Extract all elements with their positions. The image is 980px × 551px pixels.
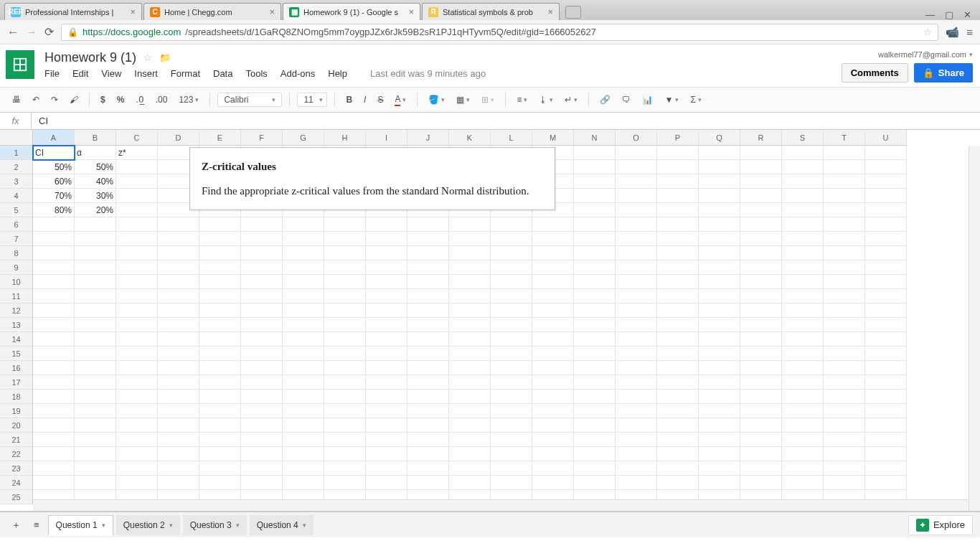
fill-color-icon[interactable]: 🪣 ▾ [425,93,448,107]
cell[interactable] [158,275,199,289]
cell[interactable] [283,260,324,275]
cell[interactable] [657,404,699,418]
cell[interactable] [491,433,532,447]
cell[interactable] [116,289,158,303]
cell[interactable] [657,318,699,332]
cell[interactable] [782,160,824,174]
cell[interactable] [407,289,449,303]
cell[interactable] [657,217,699,232]
cell[interactable] [740,476,782,490]
cell[interactable] [616,476,657,490]
cell[interactable] [699,361,740,375]
cell[interactable] [407,318,449,332]
cell[interactable] [865,318,907,332]
sheet-tab[interactable]: Question 2 ▾ [116,515,180,535]
cell[interactable] [782,447,824,461]
cell[interactable] [657,174,699,189]
column-header[interactable]: C [116,130,158,146]
cell[interactable] [574,217,616,232]
sheet-tab[interactable]: Question 4 ▾ [250,515,314,535]
cell[interactable] [366,476,407,490]
cell[interactable] [782,232,824,246]
cell[interactable] [449,318,491,332]
cell[interactable] [241,347,283,361]
cell[interactable] [407,433,449,447]
cell[interactable] [865,433,907,447]
cell[interactable] [283,318,324,332]
cell[interactable] [283,246,324,260]
cell[interactable] [865,418,907,433]
cell[interactable] [116,390,158,404]
cell[interactable] [782,146,824,160]
cell[interactable] [616,160,657,174]
cell[interactable] [116,447,158,461]
cell[interactable] [366,375,407,390]
cell[interactable] [824,433,865,447]
cell[interactable] [865,289,907,303]
row-header[interactable]: 19 [0,404,33,418]
cell[interactable] [865,404,907,418]
insert-comment-icon[interactable]: 🗨 [618,93,634,107]
cell[interactable] [366,433,407,447]
cell[interactable] [407,418,449,433]
functions-icon[interactable]: Σ ▾ [687,93,705,107]
cell[interactable] [865,347,907,361]
cell[interactable] [740,232,782,246]
cell[interactable] [657,146,699,160]
cell[interactable] [824,375,865,390]
account-label[interactable]: walkermel77@gmail.com ▾ [878,50,973,59]
text-color-icon[interactable]: A ▾ [391,92,410,108]
cell[interactable] [199,332,241,347]
menu-help[interactable]: Help [328,68,347,79]
strikethrough-icon[interactable]: S [374,93,387,107]
cell[interactable] [116,433,158,447]
cell[interactable] [740,174,782,189]
cell[interactable] [116,160,158,174]
column-header[interactable]: L [491,130,532,146]
cell[interactable] [574,390,616,404]
row-header[interactable]: 18 [0,390,33,404]
cell[interactable] [865,232,907,246]
chevron-down-icon[interactable]: ▾ [303,522,306,529]
all-sheets-button[interactable]: ≡ [29,517,44,533]
reload-icon[interactable]: ⟳ [44,25,54,39]
cell[interactable] [158,433,199,447]
cell[interactable] [491,289,532,303]
cell[interactable] [75,246,116,260]
row-header[interactable]: 5 [0,203,33,217]
cell[interactable] [75,433,116,447]
cell[interactable]: 70% [33,189,75,203]
cell[interactable] [574,461,616,476]
cell[interactable] [782,275,824,289]
cell[interactable] [75,332,116,347]
cell[interactable] [740,318,782,332]
cell[interactable] [33,318,75,332]
cell[interactable] [574,433,616,447]
cell[interactable] [782,476,824,490]
cell[interactable] [699,174,740,189]
cell[interactable] [491,375,532,390]
cell[interactable] [241,361,283,375]
cell[interactable] [199,461,241,476]
cell[interactable] [33,375,75,390]
browser-tab[interactable]: REPProfessional Internships |× [4,3,142,20]
cell[interactable] [865,203,907,217]
cell[interactable] [33,404,75,418]
cell[interactable]: CI [33,146,75,160]
cell[interactable] [366,260,407,275]
cell[interactable] [574,447,616,461]
chevron-down-icon[interactable]: ▾ [169,522,173,529]
cell[interactable] [740,303,782,318]
cell[interactable] [491,447,532,461]
cell[interactable] [199,217,241,232]
row-header[interactable]: 7 [0,232,33,246]
cell[interactable] [699,260,740,275]
cell[interactable] [740,217,782,232]
vertical-scrollbar[interactable] [969,146,980,511]
cell[interactable] [449,476,491,490]
cell[interactable] [574,260,616,275]
bookmark-star-icon[interactable]: ☆ [923,27,932,37]
cell[interactable] [241,461,283,476]
cell[interactable] [33,447,75,461]
cell[interactable] [824,461,865,476]
